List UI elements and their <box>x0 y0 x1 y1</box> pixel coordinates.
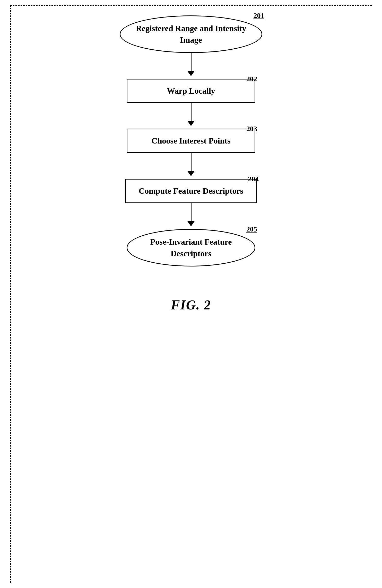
node-201-line1: Registered Range and Intensity <box>136 24 246 33</box>
node-205-text: Pose-Invariant Feature Descriptors <box>150 236 232 259</box>
label-204: 204 <box>248 175 259 183</box>
arrow-3-line <box>191 153 192 171</box>
arrow-2-line <box>191 103 192 121</box>
node-203-text: Choose Interest Points <box>152 135 231 147</box>
arrow-1 <box>187 53 195 79</box>
label-205: 205 <box>246 225 257 233</box>
arrow-4-line <box>191 203 192 221</box>
arrow-1-line <box>191 53 192 71</box>
label-201: 201 <box>253 12 264 20</box>
ellipse-201: 201 Registered Range and Intensity Image <box>120 15 263 53</box>
label-203: 203 <box>246 125 257 133</box>
node-204: 204 Compute Feature Descriptors <box>125 179 257 203</box>
node-205: 205 Pose-Invariant Feature Descriptors <box>127 229 255 266</box>
label-202: 202 <box>246 75 257 83</box>
figure-caption: FIG. 2 <box>171 297 211 313</box>
arrow-4 <box>187 203 195 229</box>
rect-202: 202 Warp Locally <box>127 79 255 103</box>
left-dashed-border <box>10 5 11 583</box>
node-203: 203 Choose Interest Points <box>127 129 255 153</box>
ellipse-205: 205 Pose-Invariant Feature Descriptors <box>127 229 255 266</box>
arrow-2-head <box>187 121 195 126</box>
arrow-3-head <box>187 171 195 176</box>
node-205-line1: Pose-Invariant Feature <box>150 237 232 246</box>
rect-204: 204 Compute Feature Descriptors <box>125 179 257 203</box>
diagram-container: 201 Registered Range and Intensity Image… <box>0 0 382 588</box>
node-204-text: Compute Feature Descriptors <box>139 185 243 197</box>
node-202-text: Warp Locally <box>167 85 215 97</box>
node-201-text: Registered Range and Intensity Image <box>136 23 246 46</box>
node-201-line2: Image <box>180 35 202 44</box>
arrow-4-head <box>187 221 195 226</box>
arrow-1-head <box>187 71 195 76</box>
node-202: 202 Warp Locally <box>127 79 255 103</box>
rect-203: 203 Choose Interest Points <box>127 129 255 153</box>
arrow-3 <box>187 153 195 179</box>
node-205-line2: Descriptors <box>171 249 211 258</box>
arrow-2 <box>187 103 195 129</box>
top-dashed-border <box>10 5 372 6</box>
node-201: 201 Registered Range and Intensity Image <box>120 15 263 53</box>
